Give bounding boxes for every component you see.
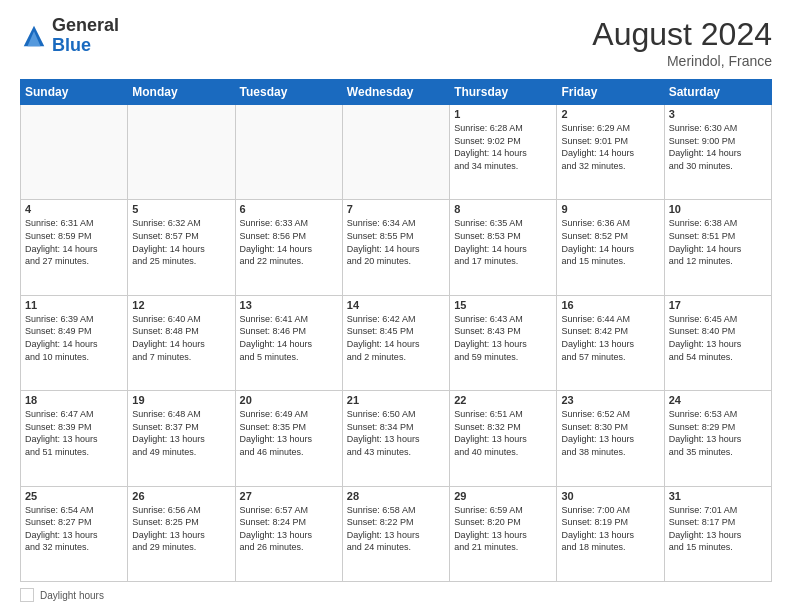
calendar-header-row: Sunday Monday Tuesday Wednesday Thursday… bbox=[21, 80, 772, 105]
calendar-week-4: 18Sunrise: 6:47 AM Sunset: 8:39 PM Dayli… bbox=[21, 391, 772, 486]
day-info: Sunrise: 6:30 AM Sunset: 9:00 PM Dayligh… bbox=[669, 122, 767, 172]
calendar-cell: 16Sunrise: 6:44 AM Sunset: 8:42 PM Dayli… bbox=[557, 295, 664, 390]
logo-general: General bbox=[52, 15, 119, 35]
day-info: Sunrise: 6:52 AM Sunset: 8:30 PM Dayligh… bbox=[561, 408, 659, 458]
day-info: Sunrise: 6:56 AM Sunset: 8:25 PM Dayligh… bbox=[132, 504, 230, 554]
calendar-cell: 4Sunrise: 6:31 AM Sunset: 8:59 PM Daylig… bbox=[21, 200, 128, 295]
day-info: Sunrise: 6:34 AM Sunset: 8:55 PM Dayligh… bbox=[347, 217, 445, 267]
daylight-box bbox=[20, 588, 34, 602]
calendar-cell: 1Sunrise: 6:28 AM Sunset: 9:02 PM Daylig… bbox=[450, 105, 557, 200]
header: General Blue August 2024 Merindol, Franc… bbox=[20, 16, 772, 69]
day-info: Sunrise: 7:00 AM Sunset: 8:19 PM Dayligh… bbox=[561, 504, 659, 554]
day-number: 27 bbox=[240, 490, 338, 502]
day-info: Sunrise: 6:50 AM Sunset: 8:34 PM Dayligh… bbox=[347, 408, 445, 458]
calendar-cell: 12Sunrise: 6:40 AM Sunset: 8:48 PM Dayli… bbox=[128, 295, 235, 390]
day-number: 22 bbox=[454, 394, 552, 406]
calendar-cell: 2Sunrise: 6:29 AM Sunset: 9:01 PM Daylig… bbox=[557, 105, 664, 200]
day-number: 26 bbox=[132, 490, 230, 502]
calendar-cell: 10Sunrise: 6:38 AM Sunset: 8:51 PM Dayli… bbox=[664, 200, 771, 295]
day-info: Sunrise: 6:59 AM Sunset: 8:20 PM Dayligh… bbox=[454, 504, 552, 554]
footer: Daylight hours bbox=[20, 588, 772, 602]
day-info: Sunrise: 6:51 AM Sunset: 8:32 PM Dayligh… bbox=[454, 408, 552, 458]
day-number: 31 bbox=[669, 490, 767, 502]
calendar-cell: 19Sunrise: 6:48 AM Sunset: 8:37 PM Dayli… bbox=[128, 391, 235, 486]
col-friday: Friday bbox=[557, 80, 664, 105]
day-info: Sunrise: 6:31 AM Sunset: 8:59 PM Dayligh… bbox=[25, 217, 123, 267]
day-info: Sunrise: 6:41 AM Sunset: 8:46 PM Dayligh… bbox=[240, 313, 338, 363]
month-year: August 2024 bbox=[592, 16, 772, 53]
day-info: Sunrise: 6:28 AM Sunset: 9:02 PM Dayligh… bbox=[454, 122, 552, 172]
calendar-cell: 17Sunrise: 6:45 AM Sunset: 8:40 PM Dayli… bbox=[664, 295, 771, 390]
day-info: Sunrise: 6:48 AM Sunset: 8:37 PM Dayligh… bbox=[132, 408, 230, 458]
day-number: 28 bbox=[347, 490, 445, 502]
day-number: 21 bbox=[347, 394, 445, 406]
page: General Blue August 2024 Merindol, Franc… bbox=[0, 0, 792, 612]
day-info: Sunrise: 6:39 AM Sunset: 8:49 PM Dayligh… bbox=[25, 313, 123, 363]
day-number: 10 bbox=[669, 203, 767, 215]
calendar-cell: 18Sunrise: 6:47 AM Sunset: 8:39 PM Dayli… bbox=[21, 391, 128, 486]
day-info: Sunrise: 6:42 AM Sunset: 8:45 PM Dayligh… bbox=[347, 313, 445, 363]
calendar-week-1: 1Sunrise: 6:28 AM Sunset: 9:02 PM Daylig… bbox=[21, 105, 772, 200]
day-info: Sunrise: 6:57 AM Sunset: 8:24 PM Dayligh… bbox=[240, 504, 338, 554]
calendar-cell: 5Sunrise: 6:32 AM Sunset: 8:57 PM Daylig… bbox=[128, 200, 235, 295]
day-number: 3 bbox=[669, 108, 767, 120]
logo-blue: Blue bbox=[52, 35, 91, 55]
day-number: 18 bbox=[25, 394, 123, 406]
calendar-cell: 13Sunrise: 6:41 AM Sunset: 8:46 PM Dayli… bbox=[235, 295, 342, 390]
col-tuesday: Tuesday bbox=[235, 80, 342, 105]
day-info: Sunrise: 6:58 AM Sunset: 8:22 PM Dayligh… bbox=[347, 504, 445, 554]
day-number: 1 bbox=[454, 108, 552, 120]
day-info: Sunrise: 6:43 AM Sunset: 8:43 PM Dayligh… bbox=[454, 313, 552, 363]
col-monday: Monday bbox=[128, 80, 235, 105]
col-saturday: Saturday bbox=[664, 80, 771, 105]
logo-icon bbox=[20, 22, 48, 50]
calendar-cell: 30Sunrise: 7:00 AM Sunset: 8:19 PM Dayli… bbox=[557, 486, 664, 581]
day-info: Sunrise: 6:33 AM Sunset: 8:56 PM Dayligh… bbox=[240, 217, 338, 267]
day-number: 16 bbox=[561, 299, 659, 311]
day-number: 6 bbox=[240, 203, 338, 215]
day-number: 8 bbox=[454, 203, 552, 215]
day-number: 14 bbox=[347, 299, 445, 311]
calendar-cell: 31Sunrise: 7:01 AM Sunset: 8:17 PM Dayli… bbox=[664, 486, 771, 581]
calendar-cell: 3Sunrise: 6:30 AM Sunset: 9:00 PM Daylig… bbox=[664, 105, 771, 200]
day-info: Sunrise: 6:49 AM Sunset: 8:35 PM Dayligh… bbox=[240, 408, 338, 458]
day-info: Sunrise: 6:35 AM Sunset: 8:53 PM Dayligh… bbox=[454, 217, 552, 267]
calendar-cell bbox=[342, 105, 449, 200]
day-number: 5 bbox=[132, 203, 230, 215]
calendar-cell: 15Sunrise: 6:43 AM Sunset: 8:43 PM Dayli… bbox=[450, 295, 557, 390]
day-number: 19 bbox=[132, 394, 230, 406]
day-info: Sunrise: 6:38 AM Sunset: 8:51 PM Dayligh… bbox=[669, 217, 767, 267]
calendar-cell: 28Sunrise: 6:58 AM Sunset: 8:22 PM Dayli… bbox=[342, 486, 449, 581]
day-number: 20 bbox=[240, 394, 338, 406]
day-number: 24 bbox=[669, 394, 767, 406]
day-number: 13 bbox=[240, 299, 338, 311]
col-wednesday: Wednesday bbox=[342, 80, 449, 105]
calendar-week-5: 25Sunrise: 6:54 AM Sunset: 8:27 PM Dayli… bbox=[21, 486, 772, 581]
daylight-label: Daylight hours bbox=[40, 590, 104, 601]
calendar-cell bbox=[21, 105, 128, 200]
calendar-cell bbox=[128, 105, 235, 200]
calendar-cell: 23Sunrise: 6:52 AM Sunset: 8:30 PM Dayli… bbox=[557, 391, 664, 486]
calendar-cell bbox=[235, 105, 342, 200]
day-info: Sunrise: 6:45 AM Sunset: 8:40 PM Dayligh… bbox=[669, 313, 767, 363]
day-number: 15 bbox=[454, 299, 552, 311]
calendar-cell: 11Sunrise: 6:39 AM Sunset: 8:49 PM Dayli… bbox=[21, 295, 128, 390]
day-number: 7 bbox=[347, 203, 445, 215]
calendar-cell: 29Sunrise: 6:59 AM Sunset: 8:20 PM Dayli… bbox=[450, 486, 557, 581]
day-number: 2 bbox=[561, 108, 659, 120]
day-info: Sunrise: 6:32 AM Sunset: 8:57 PM Dayligh… bbox=[132, 217, 230, 267]
calendar-week-2: 4Sunrise: 6:31 AM Sunset: 8:59 PM Daylig… bbox=[21, 200, 772, 295]
calendar-cell: 24Sunrise: 6:53 AM Sunset: 8:29 PM Dayli… bbox=[664, 391, 771, 486]
day-info: Sunrise: 7:01 AM Sunset: 8:17 PM Dayligh… bbox=[669, 504, 767, 554]
calendar-cell: 20Sunrise: 6:49 AM Sunset: 8:35 PM Dayli… bbox=[235, 391, 342, 486]
day-info: Sunrise: 6:29 AM Sunset: 9:01 PM Dayligh… bbox=[561, 122, 659, 172]
day-number: 11 bbox=[25, 299, 123, 311]
calendar-cell: 7Sunrise: 6:34 AM Sunset: 8:55 PM Daylig… bbox=[342, 200, 449, 295]
day-info: Sunrise: 6:36 AM Sunset: 8:52 PM Dayligh… bbox=[561, 217, 659, 267]
day-number: 17 bbox=[669, 299, 767, 311]
day-number: 9 bbox=[561, 203, 659, 215]
calendar-cell: 8Sunrise: 6:35 AM Sunset: 8:53 PM Daylig… bbox=[450, 200, 557, 295]
day-number: 23 bbox=[561, 394, 659, 406]
day-info: Sunrise: 6:44 AM Sunset: 8:42 PM Dayligh… bbox=[561, 313, 659, 363]
calendar-cell: 9Sunrise: 6:36 AM Sunset: 8:52 PM Daylig… bbox=[557, 200, 664, 295]
